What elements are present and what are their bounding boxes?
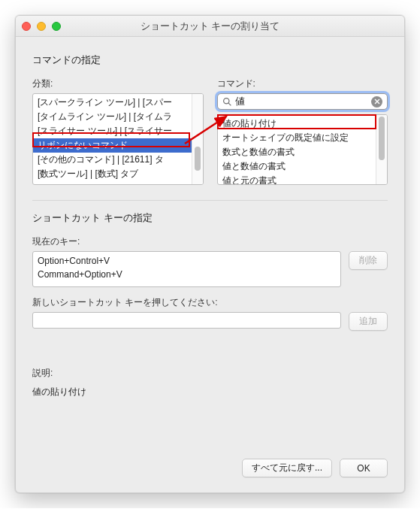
delete-button[interactable]: 削除 bbox=[349, 251, 388, 270]
description-label: 説明: bbox=[32, 367, 388, 380]
command-search[interactable] bbox=[217, 93, 388, 110]
dialog-window: ショートカット キーの割り当て コマンドの指定 分類: [スパークライン ツール… bbox=[15, 15, 405, 493]
window-title: ショートカット キーの割り当て bbox=[16, 20, 404, 33]
list-item[interactable]: 値の貼り付け bbox=[218, 117, 388, 131]
search-icon bbox=[222, 97, 232, 107]
list-item-selected[interactable]: リボンにないコマンド bbox=[33, 138, 203, 153]
add-button[interactable]: 追加 bbox=[349, 312, 388, 331]
scrollbar[interactable] bbox=[376, 115, 387, 184]
svg-line-1 bbox=[228, 103, 231, 105]
category-column: 分類: [スパークライン ツール] | [スパー [タイムライン ツール] | … bbox=[32, 77, 204, 185]
list-item[interactable]: [スライサー ツール] | [スライサー bbox=[33, 124, 203, 138]
list-item[interactable]: [スパークライン ツール] | [スパー bbox=[33, 95, 203, 110]
list-item[interactable]: [その他のコマンド] | [21611] タ bbox=[33, 153, 203, 167]
ok-button[interactable]: OK bbox=[340, 459, 388, 477]
list-item[interactable]: オートシェイプの既定値に設定 bbox=[218, 131, 388, 145]
command-column: コマンド: 値の貼り付け オートシェイプの既定値に設 bbox=[217, 77, 388, 185]
scrollbar[interactable] bbox=[192, 94, 203, 184]
key-entry[interactable]: Command+Option+V bbox=[38, 268, 336, 281]
list-item[interactable]: [数式ツール] | [数式] タブ bbox=[33, 167, 203, 181]
list-item[interactable]: 数式と数値の書式 bbox=[218, 145, 388, 159]
description-value: 値の貼り付け bbox=[32, 386, 388, 398]
scrollbar-thumb[interactable] bbox=[195, 147, 201, 171]
divider bbox=[32, 200, 388, 201]
current-keys-label: 現在のキー: bbox=[32, 235, 388, 248]
category-listbox[interactable]: [スパークライン ツール] | [スパー [タイムライン ツール] | [タイム… bbox=[32, 93, 204, 185]
key-entry[interactable]: Option+Control+V bbox=[38, 254, 336, 268]
command-search-input[interactable] bbox=[232, 96, 372, 108]
category-label: 分類: bbox=[32, 77, 204, 90]
command-label: コマンド: bbox=[217, 77, 388, 90]
scrollbar-thumb[interactable] bbox=[379, 117, 385, 160]
section-heading-shortcut: ショートカット キーの指定 bbox=[32, 211, 388, 225]
press-key-input[interactable] bbox=[32, 312, 341, 329]
press-key-label: 新しいショートカット キーを押してください: bbox=[32, 296, 388, 309]
reset-all-button[interactable]: すべて元に戻す... bbox=[242, 459, 332, 477]
titlebar: ショートカット キーの割り当て bbox=[16, 16, 404, 37]
section-heading-commands: コマンドの指定 bbox=[32, 53, 388, 67]
svg-point-0 bbox=[223, 98, 228, 103]
dialog-content: コマンドの指定 分類: [スパークライン ツール] | [スパー [タイムライン… bbox=[16, 37, 404, 492]
current-keys-box[interactable]: Option+Control+V Command+Option+V bbox=[32, 251, 341, 287]
command-listbox[interactable]: 値の貼り付け オートシェイプの既定値に設定 数式と数値の書式 値と数値の書式 値… bbox=[217, 114, 388, 185]
list-item[interactable]: 値と数値の書式 bbox=[218, 159, 388, 174]
list-item[interactable]: [タイムライン ツール] | [タイムラ bbox=[33, 110, 203, 124]
list-item[interactable]: 値と元の書式 bbox=[218, 174, 388, 185]
clear-search-icon[interactable] bbox=[371, 96, 382, 108]
